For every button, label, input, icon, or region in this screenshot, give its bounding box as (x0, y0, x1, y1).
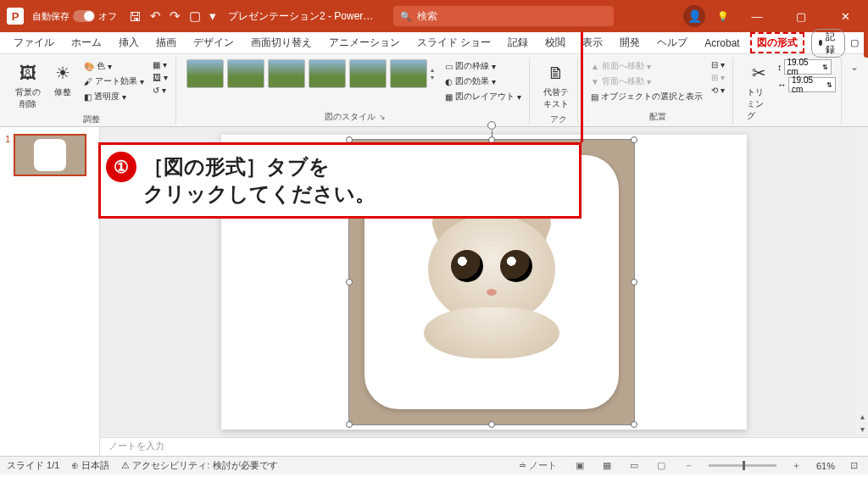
slide-editor: ① ［図の形式］タブを クリックしてください。 ▴ ▾ ノートを入力 (100, 127, 868, 456)
qat-more-icon[interactable]: ▾ (209, 8, 216, 24)
width-input[interactable]: 19.05 cm⇅ (788, 77, 836, 92)
normal-view-icon[interactable]: ▣ (572, 460, 587, 471)
notes-pane[interactable]: ノートを入力 (100, 437, 868, 456)
group-button[interactable]: ⊞▾ (709, 72, 727, 83)
minimize-button[interactable]: — (741, 10, 773, 23)
tab-home[interactable]: ホーム (64, 32, 108, 53)
slide-canvas[interactable]: ① ［図の形式］タブを クリックしてください。 (100, 127, 868, 437)
search-box[interactable]: 🔍 (393, 6, 614, 26)
alt-text-button[interactable]: 🗎 代替テ キスト (540, 59, 572, 112)
save-icon[interactable]: 🖫 (129, 9, 142, 24)
fit-to-window-icon[interactable]: ⊡ (847, 460, 861, 471)
lightbulb-icon[interactable]: 💡 (717, 11, 729, 22)
remove-bg-label: 背景の 削除 (15, 86, 41, 110)
width-icon: ↔ (777, 80, 787, 90)
slide-sorter-view-icon[interactable]: ▦ (599, 460, 615, 471)
start-slideshow-icon[interactable]: ▢ (189, 8, 201, 24)
autosave-toggle[interactable]: 自動保存 オフ (32, 10, 117, 23)
selection-pane-label: オブジェクトの選択と表示 (601, 91, 703, 103)
reading-view-icon[interactable]: ▭ (626, 460, 642, 471)
tab-file[interactable]: ファイル (7, 32, 61, 53)
tab-design[interactable]: デザイン (186, 32, 241, 53)
artistic-effects-button[interactable]: 🖌アート効果▾ (81, 75, 147, 88)
dialog-launcher-icon[interactable]: ↘ (379, 113, 386, 121)
tab-picture-format[interactable]: 図の形式 (750, 32, 804, 53)
slide-thumbnail[interactable]: 1 (5, 134, 94, 176)
tab-insert[interactable]: 挿入 (112, 32, 146, 53)
undo-icon[interactable]: ↶ (150, 8, 161, 24)
zoom-out-button[interactable]: － (681, 459, 697, 472)
language-indicator[interactable]: ⊕ 日本語 (71, 459, 109, 472)
next-slide-icon[interactable]: ▾ (860, 424, 865, 434)
redo-icon[interactable]: ↷ (170, 8, 181, 24)
picture-effects-button[interactable]: ◐図の効果▾ (442, 75, 524, 88)
remove-background-button[interactable]: 🖼 背景の 削除 (12, 59, 44, 112)
callout-badge: ① (106, 152, 136, 182)
search-input[interactable] (417, 10, 607, 22)
picture-style-thumb[interactable] (349, 59, 387, 88)
picture-border-button[interactable]: ▭図の枠線▾ (442, 59, 524, 73)
spinner-icon[interactable]: ⇅ (822, 64, 828, 71)
compress-pictures-button[interactable]: ▦▾ (150, 59, 170, 70)
share-button[interactable]: 👥共有▾ (864, 29, 868, 58)
zoom-level[interactable]: 61% (816, 461, 835, 471)
height-input[interactable]: 19.05 cm⇅ (784, 59, 832, 75)
record-button[interactable]: 記録 (811, 29, 845, 58)
styles-gallery-more-icon[interactable]: ▴▾ (431, 59, 434, 88)
reset-picture-button[interactable]: ↺▾ (150, 85, 170, 96)
vertical-scrollbar[interactable]: ▴ ▾ (856, 127, 868, 437)
tab-developer[interactable]: 開発 (613, 32, 647, 53)
tab-review[interactable]: 校閲 (538, 32, 572, 53)
compress-icon: ▦ (153, 60, 160, 69)
tab-record[interactable]: 記録 (501, 32, 535, 53)
toggle-switch-icon[interactable] (73, 10, 95, 22)
tab-acrobat[interactable]: Acrobat (698, 34, 746, 53)
resize-handle[interactable] (631, 136, 637, 143)
align-button[interactable]: ⊟▾ (709, 59, 727, 70)
picture-style-thumb[interactable] (309, 59, 346, 88)
chevron-down-icon: ▾ (721, 73, 725, 82)
bring-forward-button[interactable]: ▲前面へ移動▾ (588, 59, 705, 73)
tab-help[interactable]: ヘルプ (650, 32, 694, 53)
maximize-button[interactable]: ▢ (785, 10, 817, 23)
picture-style-thumb[interactable] (227, 59, 264, 88)
crop-label: トリミング (747, 86, 771, 122)
presenter-mode-icon[interactable]: ▢ (850, 37, 859, 48)
tab-animations[interactable]: アニメーション (322, 32, 407, 53)
group-label-styles: 図のスタイル (325, 111, 376, 123)
rotation-handle[interactable] (487, 121, 496, 130)
tab-slideshow[interactable]: スライド ショー (410, 32, 498, 53)
rotate-button[interactable]: ⟲▾ (709, 85, 727, 96)
zoom-in-button[interactable]: ＋ (788, 459, 804, 472)
accessibility-status[interactable]: ⚠ アクセシビリティ: 検討が必要です (121, 459, 277, 472)
tab-transitions[interactable]: 画面切り替え (244, 32, 319, 53)
resize-handle[interactable] (488, 421, 495, 428)
selection-pane-button[interactable]: ▤オブジェクトの選択と表示 (588, 90, 705, 103)
tab-draw[interactable]: 描画 (149, 32, 183, 53)
picture-style-thumb[interactable] (268, 59, 305, 88)
work-area: 1 (0, 127, 868, 456)
change-picture-icon: 🖼 (153, 73, 161, 82)
picture-style-thumb[interactable] (390, 59, 427, 88)
notes-toggle-button[interactable]: ≐ ノート (515, 459, 560, 472)
resize-handle[interactable] (631, 421, 637, 428)
resize-handle[interactable] (631, 279, 637, 286)
picture-layout-button[interactable]: ▦図のレイアウト▾ (442, 90, 524, 103)
corrections-button[interactable]: ☀ 修整 (47, 59, 78, 100)
picture-style-thumb[interactable] (186, 59, 224, 88)
transparency-button[interactable]: ◧透明度▾ (81, 90, 147, 103)
change-picture-button[interactable]: 🖼▾ (150, 72, 170, 83)
slideshow-view-icon[interactable]: ▢ (654, 460, 669, 471)
spinner-icon[interactable]: ⇅ (826, 81, 832, 89)
prev-slide-icon[interactable]: ▴ (860, 412, 865, 421)
zoom-slider[interactable] (709, 464, 776, 467)
collapse-ribbon-icon[interactable]: ⌄ (850, 61, 859, 73)
slide-counter[interactable]: スライド 1/1 (7, 459, 59, 472)
resize-handle[interactable] (346, 279, 353, 286)
resize-handle[interactable] (346, 421, 353, 428)
close-button[interactable]: ✕ (829, 10, 861, 23)
account-avatar-icon[interactable]: 👤 (683, 5, 705, 27)
color-button[interactable]: 🎨色▾ (81, 59, 147, 73)
send-backward-button[interactable]: ▼背面へ移動▾ (588, 75, 705, 88)
crop-button[interactable]: ✂ トリミング (743, 59, 774, 124)
